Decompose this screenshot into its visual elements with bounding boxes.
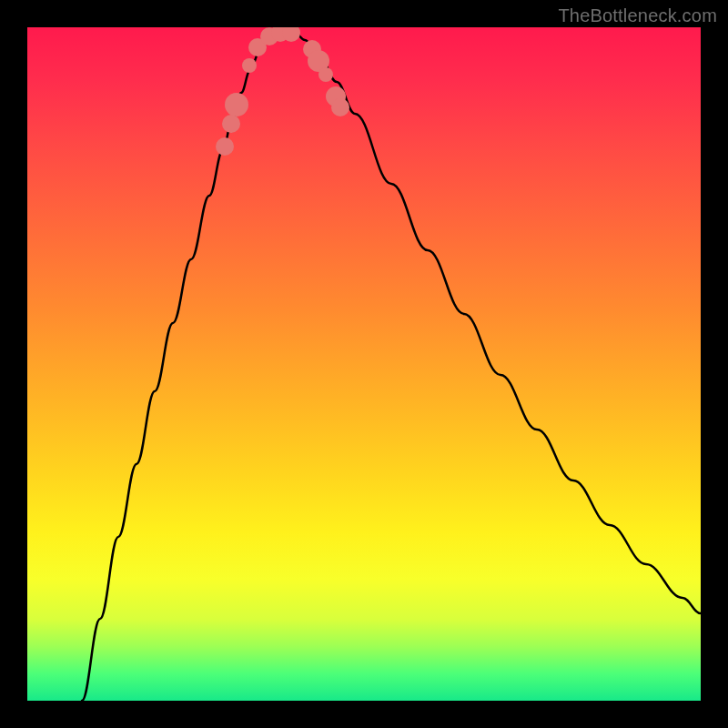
watermark-text: TheBottleneck.com — [558, 5, 717, 26]
plot-area — [27, 27, 701, 701]
curve-marker — [242, 58, 257, 73]
bottleneck-curve — [82, 32, 701, 701]
curve-marker — [216, 137, 234, 156]
curve-marker — [331, 98, 349, 116]
curve-marker — [225, 93, 248, 116]
chart-frame: TheBottleneck.com — [0, 0, 728, 728]
curve-markers — [216, 27, 349, 156]
curve-svg — [27, 27, 701, 701]
curve-marker — [318, 67, 333, 82]
curve-marker — [222, 115, 240, 133]
